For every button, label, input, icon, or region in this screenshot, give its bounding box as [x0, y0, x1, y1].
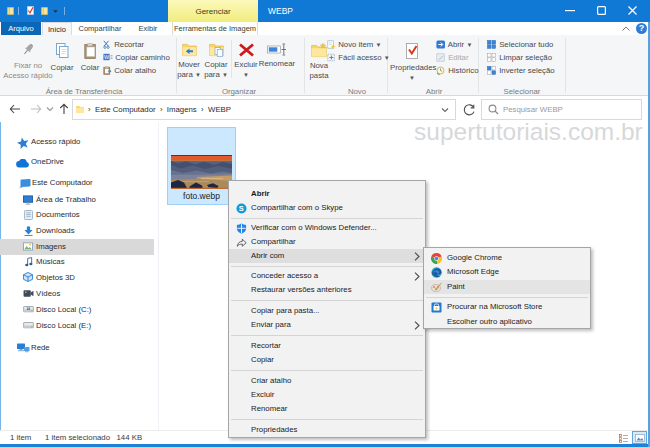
- svg-text:W: W: [104, 54, 110, 60]
- svg-text:S: S: [239, 204, 244, 213]
